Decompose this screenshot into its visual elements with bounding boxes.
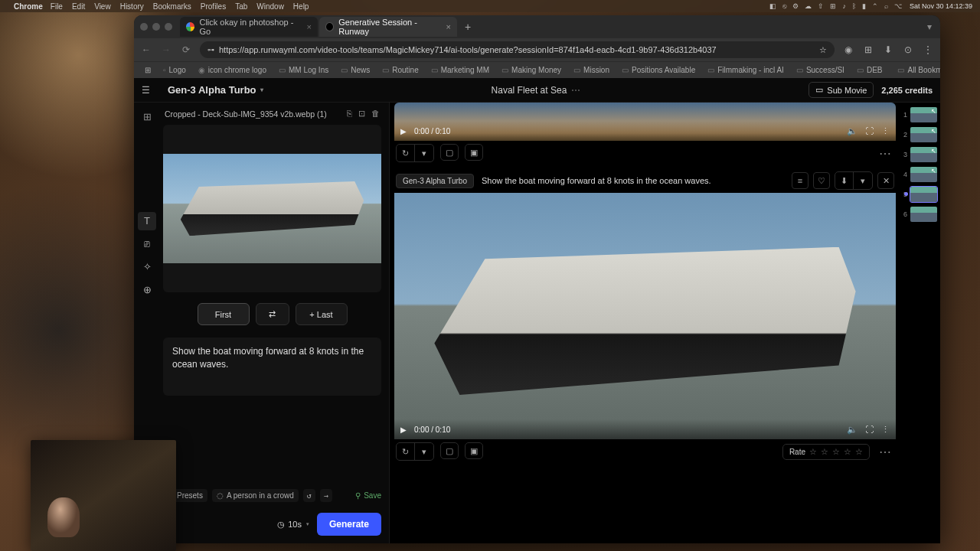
- video-player[interactable]: ▶ 0:00 / 0:10 🔈 ⛶ ⋮: [394, 103, 896, 141]
- first-frame-button[interactable]: First: [198, 303, 250, 325]
- back-button[interactable]: ←: [140, 44, 152, 55]
- tray-icon[interactable]: ⎋: [782, 2, 786, 10]
- prompt-suggestion[interactable]: ◌A person in a crowd: [212, 489, 299, 502]
- menu-help[interactable]: Help: [293, 2, 309, 11]
- tray-icon[interactable]: ⊞: [830, 2, 836, 10]
- search-icon[interactable]: ⌕: [884, 2, 888, 10]
- menu-window[interactable]: Window: [256, 2, 284, 11]
- text-tool[interactable]: T: [138, 212, 156, 230]
- generation-thumbnail[interactable]: ↖: [910, 167, 937, 182]
- menu-view[interactable]: View: [94, 2, 111, 11]
- sub-movie-button[interactable]: ▭ Sub Movie: [808, 82, 874, 98]
- video-icon[interactable]: ▣: [465, 442, 483, 459]
- menu-profiles[interactable]: Profiles: [201, 2, 226, 11]
- bookmark-item[interactable]: ▭Marketing MM: [426, 64, 494, 76]
- bookmark-item[interactable]: ▭Routine: [377, 64, 423, 76]
- more-icon[interactable]: ⋯: [876, 445, 894, 459]
- star-bookmark-icon[interactable]: ☆: [819, 45, 827, 55]
- tray-icon[interactable]: ⇧: [818, 2, 824, 10]
- menu-history[interactable]: History: [120, 2, 144, 11]
- rate-widget[interactable]: Rate ☆ ☆ ☆ ☆ ☆: [782, 444, 870, 460]
- generation-thumbnail[interactable]: ↖: [910, 107, 937, 122]
- bookmark-item[interactable]: ◉icon chrome logo: [194, 64, 271, 76]
- chevron-down-icon[interactable]: ▾: [923, 21, 936, 32]
- model-selector[interactable]: Gen-3 Alpha Turbo: [168, 84, 263, 96]
- generate-button[interactable]: Generate: [317, 513, 381, 536]
- download-dropdown[interactable]: ▾: [854, 172, 872, 189]
- tab-runway[interactable]: Generative Session - Runway ×: [319, 17, 457, 37]
- duration-selector[interactable]: ◷10s: [277, 520, 309, 530]
- bookmark-item[interactable]: ▭Positions Available: [617, 64, 700, 76]
- settings-tool-icon[interactable]: ⊕: [138, 281, 156, 299]
- play-button[interactable]: ▶: [400, 127, 407, 135]
- tray-icon[interactable]: ⚙: [792, 2, 799, 10]
- video-player[interactable]: ▶ 0:00 / 0:10 🔈 ⛶ ⋮: [394, 193, 896, 439]
- input-image-preview[interactable]: [163, 125, 381, 292]
- tray-icon[interactable]: ☁: [805, 2, 812, 10]
- credits-display[interactable]: 2,265 credits: [881, 86, 933, 95]
- star-icon[interactable]: ☆: [844, 447, 851, 457]
- menubar-clock[interactable]: Sat Nov 30 14:12:39: [910, 2, 972, 10]
- extension-icon[interactable]: ◉: [842, 44, 854, 55]
- regenerate-dropdown[interactable]: ▾: [415, 443, 433, 460]
- expand-icon[interactable]: ▢: [440, 442, 459, 459]
- volume-icon[interactable]: 🔈: [847, 126, 858, 136]
- menu-edit[interactable]: Edit: [72, 2, 85, 11]
- all-bookmarks-button[interactable]: ▭All Bookmarks: [893, 64, 940, 76]
- bluetooth-icon[interactable]: ᛒ: [852, 2, 856, 10]
- copy-icon[interactable]: ⎘: [347, 109, 352, 119]
- kebab-menu-icon[interactable]: ⋮: [881, 425, 890, 435]
- bookmark-item[interactable]: ▭News: [336, 64, 374, 76]
- menu-tab[interactable]: Tab: [235, 2, 247, 11]
- fullscreen-icon[interactable]: ⛶: [865, 425, 874, 434]
- play-button[interactable]: ▶: [400, 425, 407, 434]
- menu-bookmarks[interactable]: Bookmarks: [153, 2, 191, 11]
- generation-thumbnail[interactable]: [910, 187, 937, 202]
- star-icon[interactable]: ☆: [855, 447, 863, 457]
- volume-icon[interactable]: 🔈: [847, 425, 858, 435]
- brush-tool-icon[interactable]: ✧: [138, 258, 156, 276]
- bookmark-item[interactable]: ▫Logo: [158, 64, 191, 76]
- download-button[interactable]: ⬇: [835, 172, 854, 189]
- star-icon[interactable]: ☆: [821, 447, 828, 457]
- hamburger-icon[interactable]: ☰: [142, 85, 154, 96]
- more-icon[interactable]: ⋯: [876, 146, 894, 161]
- kebab-menu-icon[interactable]: ⋮: [922, 44, 934, 55]
- download-icon[interactable]: ⬇: [882, 44, 894, 55]
- regenerate-button[interactable]: ↻: [397, 443, 415, 460]
- bookmark-item[interactable]: ▭Mission: [569, 64, 614, 76]
- bookmark-item[interactable]: ▭Making Money: [497, 64, 566, 76]
- apps-icon[interactable]: ⊞: [140, 64, 155, 76]
- menu-file[interactable]: File: [51, 2, 63, 11]
- close-button[interactable]: ✕: [877, 172, 894, 189]
- new-tab-button[interactable]: +: [459, 21, 477, 33]
- close-icon[interactable]: ×: [307, 22, 312, 31]
- extensions-icon[interactable]: ⊞: [862, 44, 874, 55]
- tab-photoshop-search[interactable]: Click okay in photoshop - Go ×: [180, 17, 318, 37]
- bookmark-item[interactable]: ▭Success/SI: [792, 64, 849, 76]
- prompt-input[interactable]: Show the boat moving forward at 8 knots …: [163, 337, 381, 396]
- menubar-app-name[interactable]: Chrome: [14, 2, 43, 11]
- tray-icon[interactable]: ◧: [769, 2, 776, 10]
- heart-icon[interactable]: ♡: [813, 172, 830, 189]
- grid-icon[interactable]: ⊞: [138, 107, 156, 126]
- fullscreen-icon[interactable]: ⛶: [865, 126, 874, 135]
- bookmark-item[interactable]: ▭DEB: [852, 64, 887, 76]
- trash-icon[interactable]: 🗑: [371, 109, 380, 119]
- regenerate-dropdown[interactable]: ▾: [415, 145, 433, 161]
- bookmark-item[interactable]: ▭MM Log Ins: [274, 64, 333, 76]
- video-icon[interactable]: ▣: [465, 144, 483, 161]
- more-icon[interactable]: ⋯: [571, 85, 580, 96]
- site-settings-icon[interactable]: ⊶: [207, 46, 214, 54]
- control-center-icon[interactable]: ⌥: [894, 2, 902, 10]
- window-traffic-lights[interactable]: [140, 23, 172, 31]
- camera-tool-icon[interactable]: ⎚: [138, 235, 156, 253]
- regenerate-button[interactable]: ↻: [397, 145, 415, 161]
- save-prompt-button[interactable]: ⚲Save: [355, 491, 381, 500]
- profile-icon[interactable]: ⊙: [902, 44, 914, 55]
- generation-thumbnail[interactable]: ↖: [910, 147, 937, 162]
- star-icon[interactable]: ☆: [809, 447, 817, 457]
- kebab-menu-icon[interactable]: ⋮: [881, 126, 890, 136]
- last-frame-button[interactable]: + Last: [296, 303, 348, 325]
- list-icon[interactable]: ≡: [792, 172, 808, 189]
